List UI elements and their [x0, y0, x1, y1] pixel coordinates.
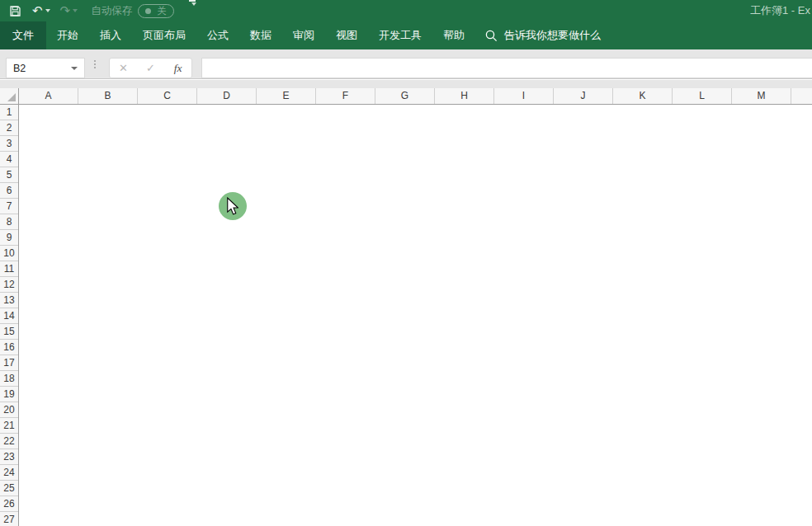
row-header[interactable]: 25	[0, 481, 18, 496]
select-all-button[interactable]	[0, 88, 19, 104]
customize-quick-access-button[interactable]	[189, 0, 196, 21]
ribbon-tabs: 开始 插入 页面布局 公式 数据 审阅 视图 开发工具 帮助	[46, 21, 475, 49]
undo-icon: ↶	[32, 0, 43, 21]
save-button[interactable]	[10, 0, 21, 21]
toggle-knob-icon	[145, 8, 151, 14]
row-header[interactable]: 5	[0, 167, 18, 183]
formula-button-group: ✕ ✓ fx	[109, 58, 192, 78]
formula-bar-row: B2 ✕ ✓ fx	[0, 49, 812, 79]
row-header[interactable]: 19	[0, 387, 18, 402]
row-header[interactable]: 7	[0, 199, 18, 214]
row-header[interactable]: 11	[0, 261, 18, 277]
excel-window: ↶ ↷ 自动保存 关 工作簿1 - Ex 文件 开始	[0, 0, 812, 526]
row-header[interactable]: 20	[0, 402, 18, 418]
redo-button[interactable]: ↷	[60, 0, 78, 21]
autosave-label: 自动保存	[91, 4, 132, 18]
ribbon-tab[interactable]: 审阅	[282, 21, 325, 49]
row-header[interactable]: 21	[0, 418, 18, 434]
column-header[interactable]: B	[78, 88, 138, 104]
ribbon-tab[interactable]: 帮助	[432, 21, 475, 49]
column-header[interactable]: F	[316, 88, 375, 104]
ribbon-tab[interactable]: 视图	[325, 21, 368, 49]
ribbon-tab[interactable]: 插入	[89, 21, 132, 49]
row-header[interactable]: 6	[0, 183, 18, 199]
row-header[interactable]: 27	[0, 512, 18, 526]
column-header-partial[interactable]	[791, 88, 812, 104]
select-all-triangle-icon	[7, 93, 16, 101]
ribbon-tab[interactable]: 数据	[239, 21, 282, 49]
row-header[interactable]: 18	[0, 371, 18, 387]
ribbon-tab-bar: 文件 开始 插入 页面布局 公式 数据 审阅 视图 开发工具 帮助	[0, 21, 812, 49]
row-header[interactable]: 16	[0, 340, 18, 355]
chevron-down-icon	[191, 2, 196, 6]
chevron-down-icon[interactable]	[71, 67, 78, 70]
redo-icon: ↷	[60, 0, 71, 21]
worksheet-body: 1 2 3 4 5 6 7 8 9 10 11 12	[0, 105, 812, 526]
ribbon-tab[interactable]: 页面布局	[132, 21, 196, 49]
column-header[interactable]: M	[732, 88, 791, 104]
tell-me-search[interactable]: 告诉我你想要做什么	[485, 21, 601, 49]
enter-button[interactable]: ✓	[137, 62, 164, 74]
column-header[interactable]: I	[494, 88, 554, 104]
autosave-state: 关	[157, 5, 167, 17]
chevron-down-icon	[45, 9, 50, 12]
column-header[interactable]: K	[613, 88, 673, 104]
column-headers: A B C D E F G H I J K L	[19, 88, 791, 104]
autosave-toggle[interactable]: 关	[138, 4, 174, 18]
row-header[interactable]: 4	[0, 152, 18, 167]
column-header[interactable]: G	[375, 88, 435, 104]
formula-input[interactable]	[201, 58, 812, 78]
row-header[interactable]: 17	[0, 355, 18, 371]
ribbon-tab[interactable]: 开发工具	[368, 21, 432, 49]
row-header[interactable]: 1	[0, 105, 18, 120]
row-header[interactable]: 9	[0, 230, 18, 246]
column-header[interactable]: C	[138, 88, 197, 104]
column-header[interactable]: D	[197, 88, 257, 104]
column-header-row: A B C D E F G H I J K L	[0, 88, 812, 105]
ribbon-tab[interactable]: 公式	[196, 21, 239, 49]
row-header[interactable]: 10	[0, 246, 18, 261]
undo-button[interactable]: ↶	[32, 0, 50, 21]
column-header[interactable]: E	[257, 88, 316, 104]
formula-bar-gap	[0, 80, 812, 88]
window-title: 工作簿1 - Ex	[750, 0, 810, 21]
name-box[interactable]: B2	[6, 58, 85, 78]
column-header[interactable]: A	[19, 88, 78, 104]
overflow-bar-icon	[189, 0, 196, 2]
formula-bar-resize-handle[interactable]	[94, 60, 96, 68]
column-header[interactable]: H	[435, 88, 494, 104]
row-header[interactable]: 3	[0, 136, 18, 152]
row-header[interactable]: 26	[0, 496, 18, 512]
row-header[interactable]: 8	[0, 214, 18, 230]
column-header[interactable]: L	[673, 88, 732, 104]
search-icon	[485, 30, 498, 42]
sheet-area[interactable]	[19, 105, 812, 526]
cancel-button[interactable]: ✕	[110, 62, 137, 74]
save-icon	[10, 6, 21, 16]
row-header[interactable]: 23	[0, 449, 18, 465]
row-header[interactable]: 22	[0, 434, 18, 449]
row-header[interactable]: 2	[0, 120, 18, 136]
name-box-value: B2	[7, 63, 71, 74]
chevron-down-icon	[73, 9, 78, 12]
row-header[interactable]: 24	[0, 465, 18, 481]
row-header[interactable]: 13	[0, 293, 18, 308]
insert-function-button[interactable]: fx	[164, 62, 191, 75]
row-header[interactable]: 14	[0, 308, 18, 324]
ribbon-tab[interactable]: 开始	[46, 21, 89, 49]
tab-file[interactable]: 文件	[0, 21, 46, 49]
tell-me-label: 告诉我你想要做什么	[504, 28, 601, 43]
row-header[interactable]: 12	[0, 277, 18, 293]
quick-access-toolbar: ↶ ↷ 自动保存 关	[10, 0, 196, 21]
title-bar: ↶ ↷ 自动保存 关 工作簿1 - Ex	[0, 0, 812, 21]
row-headers: 1 2 3 4 5 6 7 8 9 10 11 12	[0, 105, 19, 526]
row-header[interactable]: 15	[0, 324, 18, 340]
column-header[interactable]: J	[554, 88, 613, 104]
